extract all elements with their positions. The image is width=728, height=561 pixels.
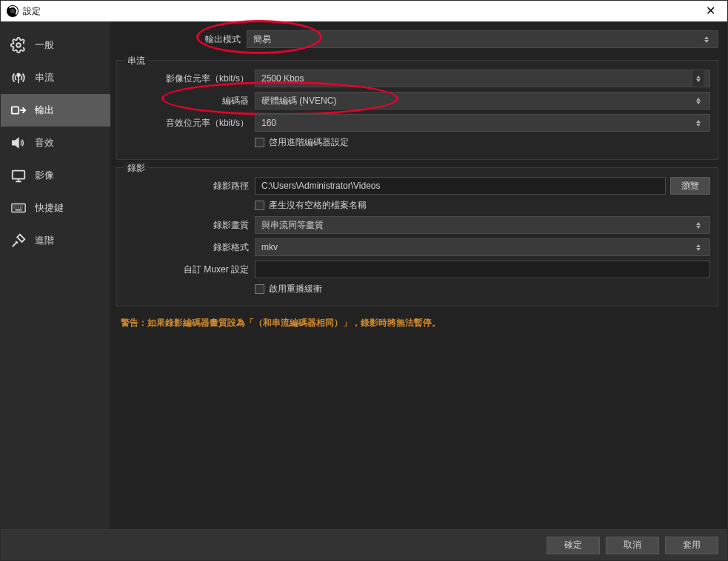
output-mode-row: 輸出模式 簡易 <box>116 30 718 48</box>
sidebar-item-label: 一般 <box>35 38 54 52</box>
checkbox-icon <box>255 284 264 294</box>
video-bitrate-input[interactable]: 2500 Kbps <box>255 70 710 87</box>
record-group: 錄影 錄影路徑 C:\Users\Administrator\Videos 瀏覽 <box>116 167 718 306</box>
monitor-icon <box>10 167 27 184</box>
advanced-encoder-checkbox[interactable]: 啓用進階編碼器設定 <box>255 136 349 149</box>
sidebar-item-audio[interactable]: 音效 <box>1 127 110 159</box>
checkbox-icon <box>255 138 264 147</box>
record-format-value: mkv <box>261 242 278 252</box>
sidebar-item-label: 影像 <box>35 169 54 182</box>
record-path-value: C:\Users\Administrator\Videos <box>261 181 381 191</box>
ok-button[interactable]: 確定 <box>547 537 600 554</box>
audio-bitrate-select[interactable]: 160 <box>255 114 710 132</box>
antenna-icon <box>10 69 27 87</box>
close-icon[interactable]: ✕ <box>700 2 721 20</box>
chevron-updown-icon <box>701 36 712 43</box>
obs-logo-icon <box>7 5 19 17</box>
tools-icon <box>10 232 27 249</box>
record-quality-value: 與串流同等畫質 <box>261 219 324 232</box>
sidebar-item-general[interactable]: 一般 <box>1 29 110 61</box>
advanced-encoder-checkbox-label: 啓用進階編碼器設定 <box>269 136 349 149</box>
chevron-updown-icon <box>693 222 704 229</box>
svg-rect-2 <box>12 107 19 113</box>
sidebar-item-label: 輸出 <box>35 104 54 117</box>
record-path-label: 錄影路徑 <box>124 180 255 192</box>
sidebar-item-hotkeys[interactable]: 快捷鍵 <box>1 192 110 224</box>
svg-rect-3 <box>13 171 25 179</box>
output-mode-label: 輸出模式 <box>116 33 247 46</box>
nospace-row: 產生沒有空格的檔案名稱 <box>124 199 710 212</box>
sidebar-item-output[interactable]: 輸出 <box>1 94 110 127</box>
muxer-input[interactable] <box>255 261 710 278</box>
advanced-encoder-row: 啓用進階編碼器設定 <box>124 136 710 149</box>
encoder-row: 編碼器 硬體編碼 (NVENC) <box>124 92 710 110</box>
content-area: 輸出模式 簡易 串流 影像位元率（kbit/s） 2500 Kbps <box>110 21 727 529</box>
speaker-icon <box>10 134 27 152</box>
encoder-select[interactable]: 硬體編碼 (NVENC) <box>255 92 710 110</box>
record-format-select[interactable]: mkv <box>255 238 710 256</box>
record-path-input[interactable]: C:\Users\Administrator\Videos <box>255 177 666 195</box>
sidebar-item-label: 串流 <box>35 71 54 84</box>
sidebar: 一般 串流 輸出 音效 <box>1 21 110 529</box>
output-icon <box>10 101 27 119</box>
output-mode-select[interactable]: 簡易 <box>247 30 718 48</box>
output-mode-value: 簡易 <box>253 33 271 46</box>
browse-button[interactable]: 瀏覽 <box>670 177 710 195</box>
muxer-label: 自訂 Muxer 設定 <box>124 263 255 276</box>
video-bitrate-value: 2500 Kbps <box>261 73 304 84</box>
nospace-checkbox[interactable]: 產生沒有空格的檔案名稱 <box>255 199 367 212</box>
muxer-row: 自訂 Muxer 設定 <box>124 261 710 278</box>
sidebar-item-video[interactable]: 影像 <box>1 159 110 192</box>
sidebar-item-label: 快捷鍵 <box>35 201 64 215</box>
apply-button[interactable]: 套用 <box>665 537 718 554</box>
svg-point-0 <box>16 43 21 47</box>
video-bitrate-label: 影像位元率（kbit/s） <box>124 73 255 85</box>
svg-point-1 <box>17 74 20 77</box>
encoder-label: 編碼器 <box>124 95 255 107</box>
record-quality-select[interactable]: 與串流同等畫質 <box>255 216 710 234</box>
audio-bitrate-value: 160 <box>261 118 276 128</box>
replay-buffer-checkbox[interactable]: 啟用重播緩衝 <box>255 283 322 295</box>
chevron-updown-icon <box>693 98 704 104</box>
sidebar-item-advanced[interactable]: 進階 <box>1 224 110 257</box>
settings-window: 設定 ✕ 一般 串流 輸出 <box>0 0 728 561</box>
stream-group: 串流 影像位元率（kbit/s） 2500 Kbps 編碼器 硬體編碼 <box>116 60 718 160</box>
record-quality-row: 錄影畫質 與串流同等畫質 <box>124 216 710 234</box>
window-body: 一般 串流 輸出 音效 <box>1 21 727 529</box>
spinner-icon <box>692 70 704 87</box>
record-quality-label: 錄影畫質 <box>124 219 255 232</box>
sidebar-item-label: 進階 <box>35 234 54 247</box>
chevron-updown-icon <box>693 244 704 251</box>
replay-buffer-checkbox-label: 啟用重播緩衝 <box>269 283 322 295</box>
encoder-value: 硬體編碼 (NVENC) <box>261 95 336 107</box>
video-bitrate-row: 影像位元率（kbit/s） 2500 Kbps <box>124 70 710 87</box>
record-group-title: 錄影 <box>124 162 148 175</box>
record-format-label: 錄影格式 <box>124 241 255 254</box>
record-format-row: 錄影格式 mkv <box>124 238 710 256</box>
stream-group-title: 串流 <box>124 55 148 67</box>
gear-icon <box>10 36 27 54</box>
chevron-updown-icon <box>693 120 704 127</box>
audio-bitrate-label: 音效位元率（kbit/s） <box>124 117 255 130</box>
nospace-checkbox-label: 產生沒有空格的檔案名稱 <box>269 199 367 212</box>
footer: 確定 取消 套用 <box>1 529 727 560</box>
sidebar-item-label: 音效 <box>35 136 54 150</box>
sidebar-item-stream[interactable]: 串流 <box>1 61 110 94</box>
keyboard-icon <box>10 199 27 217</box>
warning-text: 警告：如果錄影編碼器畫質設為「（和串流編碼器相同）」，錄影時將無法暫停。 <box>116 317 718 329</box>
titlebar: 設定 ✕ <box>1 1 727 21</box>
checkbox-icon <box>255 201 264 210</box>
window-title: 設定 <box>23 5 41 18</box>
audio-bitrate-row: 音效位元率（kbit/s） 160 <box>124 114 710 132</box>
replay-row: 啟用重播緩衝 <box>124 283 710 295</box>
cancel-button[interactable]: 取消 <box>606 537 659 554</box>
record-path-row: 錄影路徑 C:\Users\Administrator\Videos 瀏覽 <box>124 177 710 195</box>
